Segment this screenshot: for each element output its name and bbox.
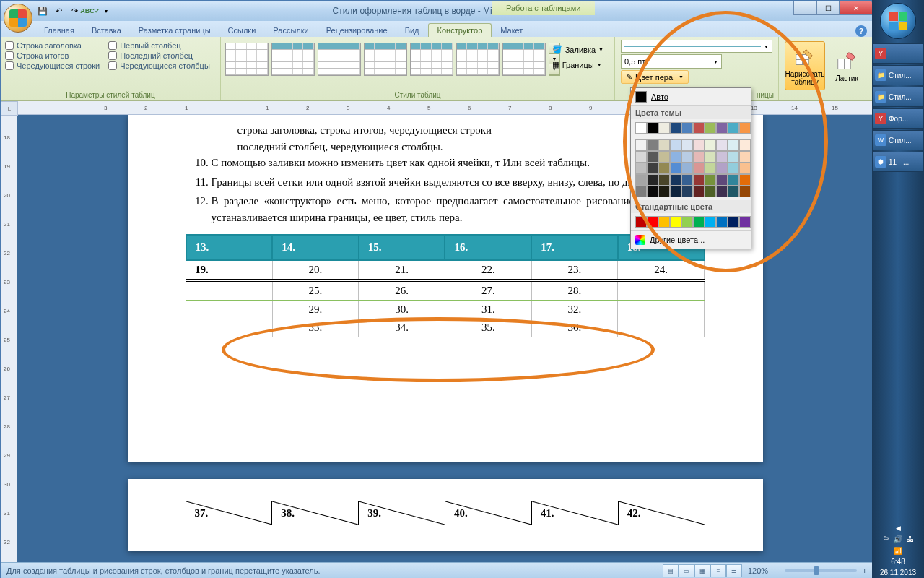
color-swatch[interactable]	[670, 163, 681, 174]
color-swatch[interactable]	[728, 174, 739, 186]
ribbon-tab-вставка[interactable]: Вставка	[83, 24, 130, 37]
zoom-slider[interactable]	[785, 569, 857, 572]
style-option-checkbox[interactable]: Строка заголовка	[5, 41, 100, 50]
color-swatch[interactable]	[728, 151, 739, 163]
color-swatch[interactable]	[658, 122, 670, 134]
zoom-level[interactable]: 120%	[748, 566, 768, 575]
color-swatch[interactable]	[728, 216, 739, 228]
table-style-preset[interactable]	[225, 43, 269, 76]
table-style-preset[interactable]	[410, 43, 453, 76]
table-style-preset[interactable]	[318, 43, 361, 76]
undo-icon[interactable]: ↶	[51, 4, 66, 18]
color-swatch[interactable]	[647, 151, 658, 163]
color-swatch[interactable]	[681, 186, 693, 197]
line-style-dropdown[interactable]: ▼	[621, 40, 772, 53]
color-swatch[interactable]	[670, 122, 681, 134]
color-swatch[interactable]	[670, 216, 681, 228]
ribbon-tab-вид[interactable]: Вид	[396, 24, 428, 37]
color-swatch[interactable]	[658, 216, 670, 228]
style-option-checkbox[interactable]: Строка итогов	[5, 51, 100, 60]
signal-icon[interactable]: 📶	[894, 547, 902, 555]
color-swatch[interactable]	[647, 139, 658, 151]
close-button[interactable]: ✕	[840, 1, 873, 15]
color-swatch[interactable]	[670, 186, 681, 197]
web-view-button[interactable]: ▦	[694, 564, 710, 577]
style-option-checkbox[interactable]: Чередующиеся столбцы	[108, 61, 210, 70]
taskbar-item[interactable]: Y	[872, 43, 924, 64]
style-option-checkbox[interactable]: Чередующиеся строки	[5, 61, 100, 70]
ribbon-tab-макет[interactable]: Макет	[492, 24, 531, 37]
color-swatch[interactable]	[658, 174, 670, 186]
minimize-button[interactable]: —	[793, 1, 816, 15]
color-swatch[interactable]	[716, 216, 728, 228]
color-swatch[interactable]	[739, 163, 751, 174]
flag-icon[interactable]: 🏳	[882, 535, 890, 544]
color-swatch[interactable]	[716, 163, 728, 174]
table-style-preset[interactable]	[502, 43, 546, 76]
color-swatch[interactable]	[635, 174, 647, 186]
color-swatch[interactable]	[647, 216, 658, 228]
style-option-checkbox[interactable]: Последний столбец	[108, 51, 210, 60]
table-style-preset[interactable]	[364, 43, 407, 76]
color-swatch[interactable]	[739, 216, 751, 228]
color-auto-option[interactable]: Авто	[631, 88, 751, 106]
color-swatch[interactable]	[635, 139, 647, 151]
clock-date[interactable]: 26.11.2013	[880, 569, 916, 577]
spellcheck-icon[interactable]: ABC✓	[83, 4, 97, 18]
ruler-corner[interactable]: L	[1, 101, 18, 116]
color-swatch[interactable]	[647, 186, 658, 197]
color-swatch[interactable]	[693, 174, 705, 186]
color-swatch[interactable]	[670, 151, 681, 163]
taskbar-item[interactable]: ⬢11 - ...	[872, 152, 924, 172]
ribbon-tab-рассылки[interactable]: Рассылки	[264, 24, 317, 37]
outline-view-button[interactable]: ≡	[710, 564, 726, 577]
maximize-button[interactable]: ☐	[816, 1, 840, 15]
color-swatch[interactable]	[658, 186, 670, 197]
color-swatch[interactable]	[681, 163, 693, 174]
color-swatch[interactable]	[728, 139, 739, 151]
vertical-ruler[interactable]: 17181920212223242526272829303132	[1, 101, 17, 562]
color-swatch[interactable]	[635, 163, 647, 174]
color-swatch[interactable]	[681, 216, 693, 228]
color-swatch[interactable]	[693, 216, 705, 228]
color-swatch[interactable]	[693, 151, 705, 163]
ribbon-tab-конструктор[interactable]: Конструктор	[428, 23, 492, 37]
pen-color-button[interactable]: ✎ Цвет пера ▼	[621, 70, 689, 84]
color-swatch[interactable]	[693, 186, 705, 197]
color-swatch[interactable]	[681, 122, 693, 134]
color-swatch[interactable]	[670, 139, 681, 151]
qat-dropdown-icon[interactable]: ▼	[99, 4, 113, 18]
zoom-out-button[interactable]: −	[774, 566, 778, 575]
color-swatch[interactable]	[693, 122, 705, 134]
color-swatch[interactable]	[705, 151, 716, 163]
color-swatch[interactable]	[739, 151, 751, 163]
color-swatch[interactable]	[658, 163, 670, 174]
print-layout-view-button[interactable]: ▤	[663, 564, 679, 577]
color-swatch[interactable]	[739, 139, 751, 151]
color-swatch[interactable]	[705, 216, 716, 228]
tray-expand-icon[interactable]: ◀	[896, 525, 901, 532]
color-swatch[interactable]	[693, 139, 705, 151]
start-button[interactable]	[880, 3, 916, 39]
taskbar-item[interactable]: WСтил...	[872, 130, 924, 150]
taskbar-item[interactable]: 📁Стил...	[872, 87, 924, 107]
ribbon-tab-главная[interactable]: Главная	[35, 24, 83, 37]
color-swatch[interactable]	[728, 163, 739, 174]
volume-icon[interactable]: 🔊	[893, 535, 903, 544]
table-style-preset[interactable]	[271, 43, 315, 76]
color-swatch[interactable]	[716, 151, 728, 163]
taskbar-item[interactable]: YФор...	[872, 108, 924, 129]
shading-button[interactable]: 🪣Заливка ▼	[549, 43, 607, 56]
color-swatch[interactable]	[716, 174, 728, 186]
color-swatch[interactable]	[647, 174, 658, 186]
color-swatch[interactable]	[705, 186, 716, 197]
color-swatch[interactable]	[658, 151, 670, 163]
color-swatch[interactable]	[739, 122, 751, 134]
style-option-checkbox[interactable]: Первый столбец	[108, 41, 210, 50]
office-button[interactable]	[4, 4, 32, 33]
clock-time[interactable]: 6:48	[891, 558, 905, 566]
line-weight-dropdown[interactable]: 0,5 пт▼	[621, 54, 722, 69]
color-swatch[interactable]	[681, 151, 693, 163]
color-swatch[interactable]	[658, 139, 670, 151]
color-swatch[interactable]	[728, 122, 739, 134]
